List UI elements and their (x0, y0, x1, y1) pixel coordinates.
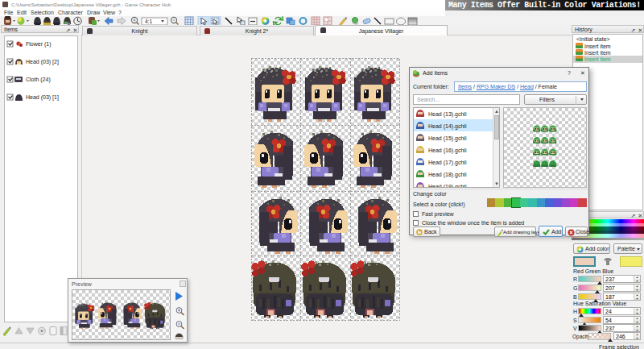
svg-text:Flower (1): Flower (1) (26, 41, 52, 48)
svg-text:Head (15).gchli: Head (15).gchli (428, 135, 467, 142)
svg-text:Head (03) [2]: Head (03) [2] (26, 59, 59, 65)
svg-text:Head (14).gchli: Head (14).gchli (428, 123, 467, 130)
svg-text:Head (19).gchli: Head (19).gchli (428, 184, 467, 187)
svg-text:Head (18).gchli: Head (18).gchli (428, 172, 467, 178)
svg-text:Cloth (24): Cloth (24) (26, 77, 51, 83)
svg-text:4:1: 4:1 (145, 19, 152, 24)
svg-text:Head (03) [1]: Head (03) [1] (26, 94, 59, 101)
svg-text:Head (16).gchli: Head (16).gchli (428, 147, 467, 154)
svg-text:Head (13).gchli: Head (13).gchli (428, 111, 467, 118)
svg-text:Head (17).gchli: Head (17).gchli (428, 160, 467, 166)
